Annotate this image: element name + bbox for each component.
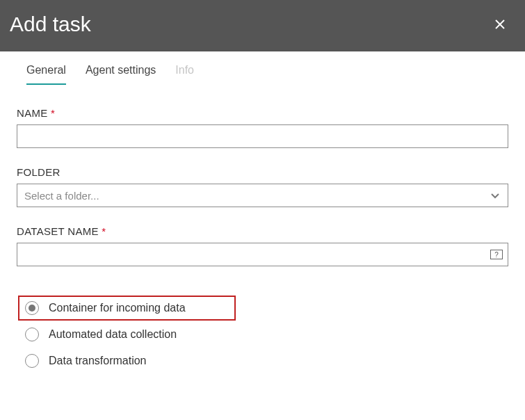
dataset-name-input[interactable] — [17, 243, 508, 266]
field-label-dataset-name: DATASET NAME * — [17, 225, 508, 237]
help-icon[interactable]: ? — [490, 250, 503, 259]
close-icon — [494, 19, 506, 30]
tab-info: Info — [175, 64, 194, 85]
radio-icon — [25, 328, 39, 341]
radio-label: Container for incoming data — [49, 302, 186, 314]
radio-option-automated-collection[interactable]: Automated data collection — [18, 322, 236, 347]
radio-option-container-incoming[interactable]: Container for incoming data — [18, 296, 236, 321]
radio-icon — [25, 301, 39, 315]
required-marker: * — [51, 107, 55, 119]
task-type-radio-group: Container for incoming data Automated da… — [17, 284, 236, 373]
help-text: ? — [494, 251, 499, 259]
field-dataset-name: DATASET NAME * ? — [17, 225, 508, 266]
tabs: General Agent settings Info — [0, 51, 525, 85]
dialog-header: Add task — [0, 0, 525, 51]
radio-option-data-transformation[interactable]: Data transformation — [18, 348, 236, 373]
radio-dot-icon — [29, 305, 35, 312]
chevron-down-icon — [490, 190, 501, 201]
close-button[interactable] — [492, 16, 508, 33]
radio-label: Data transformation — [49, 355, 147, 367]
tab-general[interactable]: General — [26, 64, 66, 85]
field-folder: FOLDER Select a folder... — [17, 166, 508, 207]
required-marker: * — [102, 225, 106, 237]
label-text: FOLDER — [17, 166, 60, 178]
form-area: NAME * FOLDER Select a folder... DATASET… — [0, 85, 525, 373]
folder-select[interactable]: Select a folder... — [17, 184, 508, 207]
radio-icon — [25, 354, 39, 368]
field-label-name: NAME * — [17, 107, 508, 119]
label-text: DATASET NAME — [17, 225, 99, 237]
dialog-title: Add task — [10, 13, 91, 36]
radio-label: Automated data collection — [49, 328, 177, 341]
name-input[interactable] — [17, 124, 508, 148]
label-text: NAME — [17, 107, 48, 119]
tab-agent-settings[interactable]: Agent settings — [86, 64, 156, 85]
folder-placeholder: Select a folder... — [24, 190, 99, 202]
field-name: NAME * — [17, 107, 508, 148]
field-label-folder: FOLDER — [17, 166, 508, 178]
